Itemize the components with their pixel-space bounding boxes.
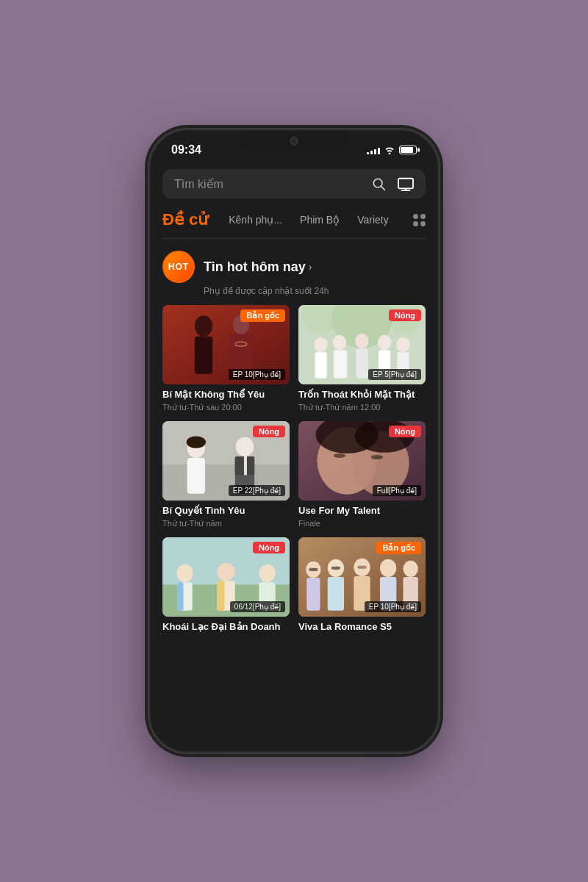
search-placeholder: Tìm kiếm: [174, 177, 223, 191]
section-title: Tin hot hôm nay: [204, 259, 306, 275]
svg-point-65: [403, 561, 417, 577]
tab-phim-bo[interactable]: Phim Bộ: [291, 211, 348, 229]
section-subtitle: Phụ đề được cập nhật suốt 24h: [204, 286, 426, 296]
notch: [239, 131, 349, 153]
video-thumb-4: Nóng Full[Phụ đề]: [298, 421, 426, 501]
video-item-3[interactable]: Nóng EP 22[Phụ đề] Bí Quyết Tình Yêu Thứ…: [162, 421, 290, 528]
nav-brand[interactable]: Đề cử: [162, 210, 208, 229]
video-title-3: Bí Quyết Tình Yêu: [162, 505, 290, 517]
signal-icon: [367, 146, 380, 154]
svg-rect-20: [334, 350, 347, 379]
wifi-icon: [384, 146, 395, 154]
svg-rect-18: [315, 352, 326, 379]
svg-point-23: [378, 335, 391, 350]
video-title-6: Viva La Romance S5: [298, 621, 426, 634]
svg-point-47: [176, 564, 193, 582]
svg-rect-30: [187, 458, 205, 494]
badge-bangoc-1: Bản gốc: [240, 309, 285, 322]
search-actions: [371, 176, 414, 191]
video-meta-4: Finale: [298, 519, 426, 528]
content-area: HOT Tin hot hôm nay › Phụ đề được cập nh…: [151, 239, 437, 647]
phone-frame: 09:34 Tì: [151, 131, 437, 751]
video-title-1: Bí Mật Không Thể Yêu: [162, 389, 290, 401]
ep-label-3: EP 22[Phụ đề]: [229, 485, 285, 496]
tab-variety[interactable]: Variety: [348, 211, 398, 229]
badge-nong-3: Nóng: [253, 426, 285, 437]
video-title-2: Trốn Thoát Khỏi Mặt Thật: [298, 389, 426, 401]
status-icons: [367, 146, 417, 154]
video-meta-3: Thứ tư-Thứ năm: [162, 519, 290, 528]
search-icon[interactable]: [371, 176, 386, 191]
ep-label-6: EP 10[Phụ đề]: [365, 601, 421, 612]
video-thumb-5: Nóng 06/12[Phụ đề]: [162, 537, 290, 617]
svg-point-51: [259, 564, 275, 582]
svg-point-63: [380, 559, 396, 577]
hot-badge-text: HOT: [168, 262, 189, 272]
svg-point-17: [314, 337, 327, 352]
svg-rect-8: [195, 337, 212, 374]
svg-point-41: [371, 455, 383, 459]
svg-rect-3: [401, 190, 411, 191]
svg-rect-60: [328, 577, 344, 611]
svg-rect-35: [244, 456, 247, 475]
video-item-2[interactable]: Nóng EP 5[Phụ đề] Trốn Thoát Khỏi Mặt Th…: [298, 305, 426, 412]
svg-rect-67: [309, 568, 318, 571]
search-input-area[interactable]: Tìm kiếm: [174, 177, 371, 191]
video-meta-1: Thứ tư-Thứ sáu 20:00: [162, 403, 290, 412]
badge-nong-2: Nóng: [389, 309, 421, 321]
video-item-4[interactable]: Nóng Full[Phụ đề] Use For My Talent Fina…: [298, 421, 426, 528]
svg-rect-10: [230, 334, 253, 373]
svg-point-31: [187, 436, 206, 448]
ep-label-4: Full[Phụ đề]: [373, 485, 421, 496]
hot-section-header: HOT Tin hot hôm nay ›: [162, 251, 426, 283]
phone-screen: 09:34 Tì: [151, 131, 437, 751]
svg-rect-53: [217, 581, 224, 611]
svg-point-25: [396, 337, 409, 352]
tab-kenh-phu[interactable]: Kênh phụ...: [220, 211, 291, 229]
ep-label-5: 06/12[Phụ đề]: [230, 601, 285, 612]
video-thumb-2: Nóng EP 5[Phụ đề]: [298, 305, 426, 384]
ep-label-2: EP 5[Phụ đề]: [368, 369, 421, 380]
video-title-4: Use For My Talent: [298, 505, 426, 517]
svg-rect-2: [398, 179, 413, 189]
svg-point-32: [236, 437, 254, 456]
video-item-5[interactable]: Nóng 06/12[Phụ đề] Khoái Lạc Đại Bản Doa…: [162, 537, 290, 635]
svg-point-40: [334, 453, 345, 458]
video-item-1[interactable]: Bản gốc EP 10[Phụ đề] Bí Mật Không Thể Y…: [162, 305, 290, 412]
svg-point-19: [333, 335, 346, 350]
svg-point-49: [217, 563, 234, 581]
more-menu-button[interactable]: [413, 214, 426, 226]
svg-rect-68: [331, 567, 340, 570]
video-thumb-1: Bản gốc EP 10[Phụ đề]: [162, 305, 290, 384]
badge-nong-5: Nóng: [253, 542, 285, 553]
svg-rect-69: [357, 566, 366, 569]
ep-label-1: EP 10[Phụ đề]: [229, 369, 285, 380]
tv-icon[interactable]: [398, 176, 414, 191]
camera: [290, 137, 298, 146]
battery-icon: [399, 146, 417, 154]
svg-rect-54: [177, 582, 183, 611]
video-item-6[interactable]: Bản gốc EP 10[Phụ đề] Viva La Romance S5: [298, 537, 426, 635]
svg-line-1: [381, 187, 385, 190]
badge-nong-4: Nóng: [389, 426, 421, 437]
svg-rect-22: [356, 348, 368, 379]
nav-tabs: Đề cử Kênh phụ... Phim Bộ Variety: [151, 204, 437, 238]
badge-bangoc-6: Bản gốc: [376, 542, 421, 554]
video-thumb-3: Nóng EP 22[Phụ đề]: [162, 421, 290, 501]
svg-point-21: [355, 334, 368, 348]
video-title-5: Khoái Lạc Đại Bản Doanh: [162, 621, 290, 634]
chevron-right-icon[interactable]: ›: [309, 261, 312, 273]
hot-badge: HOT: [162, 251, 195, 283]
svg-rect-58: [306, 578, 320, 611]
svg-point-7: [195, 315, 212, 336]
video-thumb-6: Bản gốc EP 10[Phụ đề]: [298, 537, 426, 617]
search-bar[interactable]: Tìm kiếm: [162, 169, 426, 198]
section-title-area: Tin hot hôm nay ›: [204, 259, 312, 275]
video-grid: Bản gốc EP 10[Phụ đề] Bí Mật Không Thể Y…: [162, 305, 426, 635]
video-meta-2: Thứ tư-Thứ năm 12:00: [298, 403, 426, 412]
status-time: 09:34: [171, 143, 201, 157]
